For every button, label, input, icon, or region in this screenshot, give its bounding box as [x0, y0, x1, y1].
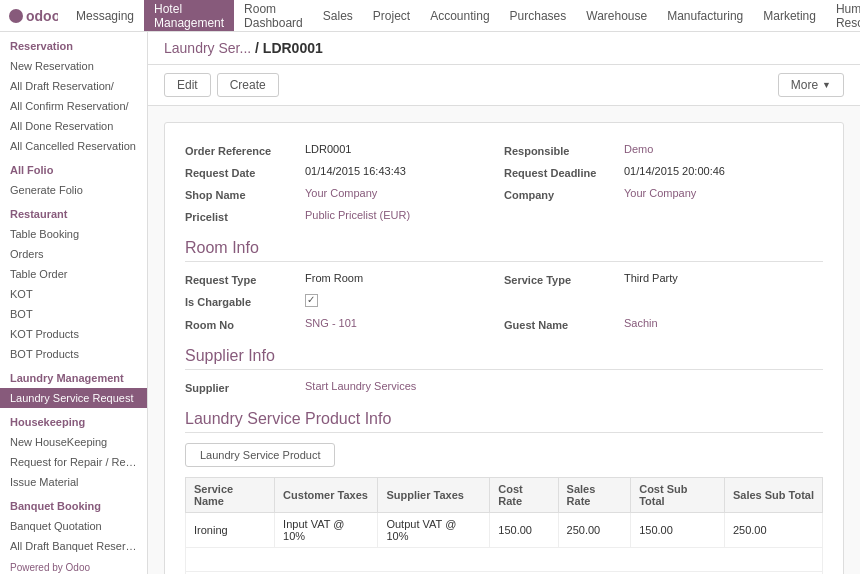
cell-supplier-taxes: Output VAT @ 10% — [378, 513, 490, 548]
request-date-label: Request Date — [185, 165, 305, 179]
sidebar-section-all-folio: All Folio — [0, 156, 147, 180]
nav-marketing[interactable]: Marketing — [753, 0, 826, 31]
edit-button[interactable]: Edit — [164, 73, 211, 97]
sidebar-item-table-booking[interactable]: Table Booking — [0, 224, 147, 244]
nav-accounting[interactable]: Accounting — [420, 0, 499, 31]
powered-by: Powered by Odoo — [0, 556, 147, 574]
supplier-label: Supplier — [185, 380, 305, 394]
room-info-title: Room Info — [185, 239, 823, 262]
sidebar-item-new-housekeeping[interactable]: New HouseKeeping — [0, 432, 147, 452]
sidebar-section-banquet: Banquet Booking — [0, 492, 147, 516]
create-button[interactable]: Create — [217, 73, 279, 97]
nav-human-resources[interactable]: Human Resources — [826, 0, 860, 31]
nav-hotel-management[interactable]: Hotel Management — [144, 0, 234, 31]
nav-warehouse[interactable]: Warehouse — [576, 0, 657, 31]
sidebar-section-reservation: Reservation — [0, 32, 147, 56]
guest-name-value[interactable]: Sachin — [624, 317, 658, 329]
sidebar-item-generate-folio[interactable]: Generate Folio — [0, 180, 147, 200]
svg-text:odoo: odoo — [26, 8, 58, 24]
nav-room-dashboard[interactable]: Room Dashboard — [234, 0, 313, 31]
sidebar: Reservation New Reservation All Draft Re… — [0, 32, 148, 574]
cell-cost-sub-total: 150.00 — [631, 513, 725, 548]
chargable-checkbox-icon[interactable] — [305, 294, 318, 307]
col-supplier-taxes: Supplier Taxes — [378, 478, 490, 513]
form-row-order-reference: Order Reference LDR0001 Responsible Demo — [185, 143, 823, 157]
toolbar: Edit Create More — [148, 65, 860, 106]
shop-name-label: Shop Name — [185, 187, 305, 201]
supplier-value[interactable]: Start Laundry Services — [305, 380, 416, 392]
sidebar-item-bot-products[interactable]: BOT Products — [0, 344, 147, 364]
form-row-is-chargable: Is Chargable — [185, 294, 823, 309]
order-reference-value: LDR0001 — [305, 143, 351, 155]
breadcrumb-current: LDR0001 — [263, 40, 323, 56]
cell-sales-rate: 250.00 — [558, 513, 631, 548]
sidebar-item-all-cancelled-reservation[interactable]: All Cancelled Reservation — [0, 136, 147, 156]
laundry-product-title: Laundry Service Product Info — [185, 410, 823, 433]
room-no-value[interactable]: SNG - 101 — [305, 317, 357, 329]
request-deadline-value: 01/14/2015 20:00:46 — [624, 165, 725, 177]
nav-sales[interactable]: Sales — [313, 0, 363, 31]
form-row-pricelist: Pricelist Public Pricelist (EUR) — [185, 209, 823, 223]
sidebar-item-laundry-service-request[interactable]: Laundry Service Request — [0, 388, 147, 408]
breadcrumb: Laundry Ser... / LDR0001 — [164, 40, 323, 56]
is-chargable-checkbox[interactable] — [305, 294, 318, 309]
nav-purchases[interactable]: Purchases — [500, 0, 577, 31]
col-cost-rate: Cost Rate — [490, 478, 558, 513]
laundry-service-product-tab[interactable]: Laundry Service Product — [185, 443, 335, 467]
col-customer-taxes: Customer Taxes — [275, 478, 378, 513]
laundry-product-table: Service Name Customer Taxes Supplier Tax… — [185, 477, 823, 574]
form-container: Order Reference LDR0001 Responsible Demo… — [164, 122, 844, 574]
sidebar-item-orders[interactable]: Orders — [0, 244, 147, 264]
sidebar-item-new-reservation[interactable]: New Reservation — [0, 56, 147, 76]
cell-cost-rate: 150.00 — [490, 513, 558, 548]
request-type-label: Request Type — [185, 272, 305, 286]
sidebar-item-all-done-reservation[interactable]: All Done Reservation — [0, 116, 147, 136]
nav-project[interactable]: Project — [363, 0, 420, 31]
cell-sales-sub-total: 250.00 — [724, 513, 822, 548]
sidebar-item-issue-material[interactable]: Issue Material — [0, 472, 147, 492]
form-row-shop-name: Shop Name Your Company Company Your Comp… — [185, 187, 823, 201]
breadcrumb-separator: / — [255, 40, 263, 56]
form-row-supplier: Supplier Start Laundry Services — [185, 380, 823, 394]
sidebar-section-housekeeping: Housekeeping — [0, 408, 147, 432]
pricelist-value[interactable]: Public Pricelist (EUR) — [305, 209, 410, 221]
pricelist-label: Pricelist — [185, 209, 305, 223]
sidebar-item-all-draft-reservation[interactable]: All Draft Reservation/ — [0, 76, 147, 96]
request-deadline-label: Request Deadline — [504, 165, 624, 179]
page-header: Laundry Ser... / LDR0001 — [148, 32, 860, 65]
form-row-room-no: Room No SNG - 101 Guest Name Sachin — [185, 317, 823, 331]
sidebar-item-table-order[interactable]: Table Order — [0, 264, 147, 284]
sidebar-item-request-repair[interactable]: Request for Repair / Repl... — [0, 452, 147, 472]
cell-service-name: Ironing — [186, 513, 275, 548]
sidebar-item-all-draft-banquet[interactable]: All Draft Banquet Reserv... — [0, 536, 147, 556]
sidebar-item-banquet-quotation[interactable]: Banquet Quotation — [0, 516, 147, 536]
request-type-value: From Room — [305, 272, 363, 284]
order-reference-label: Order Reference — [185, 143, 305, 157]
odoo-logo: odoo — [8, 4, 58, 28]
sidebar-item-kot-products[interactable]: KOT Products — [0, 324, 147, 344]
responsible-value[interactable]: Demo — [624, 143, 653, 155]
nav-messaging[interactable]: Messaging — [66, 0, 144, 31]
company-value[interactable]: Your Company — [624, 187, 696, 199]
table-empty-row-1 — [186, 548, 823, 572]
responsible-label: Responsible — [504, 143, 624, 157]
top-navigation: odoo Messaging Hotel Management Room Das… — [0, 0, 860, 32]
col-sales-rate: Sales Rate — [558, 478, 631, 513]
form-row-request-type: Request Type From Room Service Type Thir… — [185, 272, 823, 286]
guest-name-label: Guest Name — [504, 317, 624, 331]
more-button[interactable]: More — [778, 73, 844, 97]
form-row-request-date: Request Date 01/14/2015 16:43:43 Request… — [185, 165, 823, 179]
sidebar-item-all-confirm-reservation[interactable]: All Confirm Reservation/ — [0, 96, 147, 116]
shop-name-value[interactable]: Your Company — [305, 187, 377, 199]
nav-manufacturing[interactable]: Manufacturing — [657, 0, 753, 31]
col-cost-sub-total: Cost Sub Total — [631, 478, 725, 513]
room-no-label: Room No — [185, 317, 305, 331]
service-type-label: Service Type — [504, 272, 624, 286]
sidebar-section-restaurant: Restaurant — [0, 200, 147, 224]
sidebar-item-kot[interactable]: KOT — [0, 284, 147, 304]
svg-point-0 — [9, 9, 23, 23]
breadcrumb-parent[interactable]: Laundry Ser... — [164, 40, 251, 56]
cell-customer-taxes: Input VAT @ 10% — [275, 513, 378, 548]
sidebar-item-bot[interactable]: BOT — [0, 304, 147, 324]
table-row: Ironing Input VAT @ 10% Output VAT @ 10%… — [186, 513, 823, 548]
